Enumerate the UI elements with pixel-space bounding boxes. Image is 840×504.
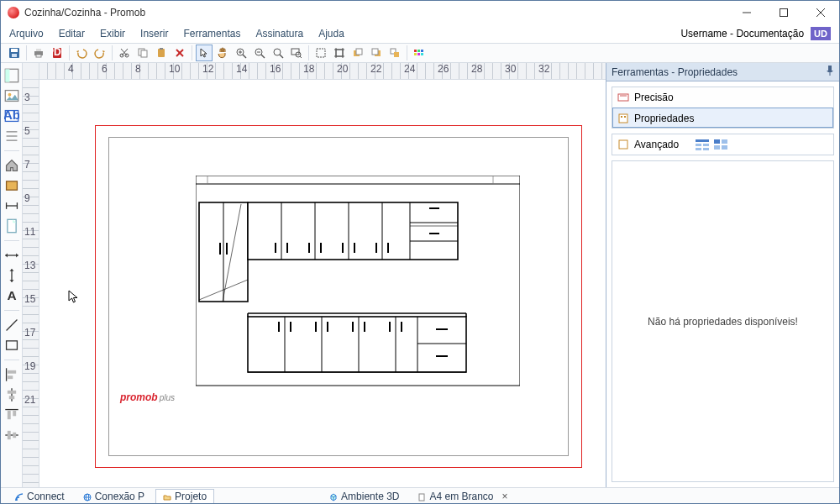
close-tab-icon[interactable]: × (502, 491, 508, 502)
svg-rect-144 (703, 148, 709, 150)
pin-icon[interactable] (826, 66, 834, 78)
crop-icon[interactable] (312, 45, 329, 61)
svg-rect-101 (320, 243, 322, 253)
print-icon[interactable] (30, 45, 47, 61)
rail-image-icon[interactable] (4, 88, 19, 103)
pdf-icon[interactable]: PDF (49, 45, 66, 61)
tab-a4-branco[interactable]: A4 em Branco × (410, 489, 515, 505)
ruler-origin (23, 63, 39, 80)
pointer-icon[interactable] (196, 45, 213, 61)
svg-line-30 (280, 55, 283, 58)
svg-line-15 (121, 49, 127, 55)
user-badge[interactable]: UD (811, 27, 831, 40)
minimize-button[interactable] (728, 1, 765, 24)
properties-panel: Ferramentas - Propriedades Precisão Prop… (606, 63, 839, 487)
save-icon[interactable] (6, 45, 23, 61)
rail-align-left-icon[interactable] (4, 367, 19, 382)
rail-layout-icon[interactable] (4, 68, 19, 83)
cursor-icon (68, 290, 80, 307)
zoom-out-icon[interactable] (251, 45, 268, 61)
rail-arrow-v-icon[interactable] (4, 268, 19, 283)
tab-connect[interactable]: Connect (8, 489, 72, 505)
paste-icon[interactable] (153, 45, 170, 61)
folder-icon (163, 492, 171, 501)
menu-inserir[interactable]: Inserir (140, 28, 168, 39)
svg-rect-103 (354, 243, 355, 253)
section-precision[interactable]: Precisão (612, 87, 833, 108)
svg-rect-136 (619, 114, 627, 123)
main-toolbar: PDF (1, 43, 839, 63)
svg-rect-124 (352, 322, 354, 332)
zoom-in-icon[interactable] (233, 45, 249, 61)
tab-ambiente-3d[interactable]: Ambiente 3D (322, 489, 407, 505)
layer-front-icon[interactable] (349, 45, 366, 61)
app-icon (8, 7, 19, 18)
menu-editar[interactable]: Editar (59, 28, 85, 39)
svg-rect-146 (722, 139, 727, 144)
close-button[interactable] (802, 1, 839, 24)
svg-rect-76 (8, 396, 13, 399)
rail-page-icon[interactable] (4, 218, 19, 234)
svg-rect-132 (828, 66, 832, 71)
menu-exibir[interactable]: Exibir (100, 28, 125, 39)
delete-icon[interactable] (171, 45, 188, 61)
panel-header[interactable]: Ferramentas - Propriedades (606, 63, 839, 81)
kitchen-elevation-drawing[interactable] (196, 176, 520, 387)
rail-align-top-icon[interactable] (4, 407, 19, 423)
undo-icon[interactable] (73, 45, 90, 61)
rail-dimension-icon[interactable] (4, 198, 19, 213)
rail-align-middle-icon[interactable] (4, 428, 19, 443)
svg-rect-148 (722, 145, 727, 150)
redo-icon[interactable] (92, 45, 108, 61)
svg-rect-61 (6, 181, 17, 190)
pan-icon[interactable] (214, 45, 231, 61)
vertical-ruler[interactable]: 3 5 7 9 11 13 15 17 19 21 (23, 80, 39, 487)
rail-align-center-icon[interactable] (4, 387, 19, 402)
rail-home-icon[interactable] (4, 158, 19, 173)
view-categorized-icon[interactable] (696, 139, 709, 150)
palette-icon[interactable] (411, 45, 428, 61)
svg-rect-1 (780, 9, 788, 17)
zoom-fit-icon[interactable] (270, 45, 286, 61)
view-alphabetical-icon[interactable] (714, 139, 727, 150)
maximize-button[interactable] (765, 1, 802, 24)
rail-shape-icon[interactable] (4, 338, 19, 353)
layer-back-icon[interactable] (368, 45, 385, 61)
svg-line-14 (122, 49, 128, 55)
order-icon[interactable] (386, 45, 403, 61)
svg-rect-85 (207, 176, 493, 184)
rail-text-icon[interactable]: Ab (4, 108, 19, 123)
svg-rect-121 (290, 322, 291, 332)
tab-projeto[interactable]: Projeto (155, 489, 214, 505)
drawing-canvas[interactable]: promobplus (39, 80, 606, 487)
svg-rect-82 (13, 433, 16, 438)
svg-rect-53 (5, 69, 9, 81)
tab-advanced-label[interactable]: Avançado (634, 139, 679, 150)
menu-ferramentas[interactable]: Ferramentas (183, 28, 240, 39)
horizontal-ruler[interactable]: 4 6 8 10 12 14 16 18 20 22 24 26 28 30 3… (39, 63, 606, 80)
svg-rect-105 (387, 243, 389, 253)
rail-text-a-icon[interactable]: A (4, 288, 19, 303)
copy-icon[interactable] (134, 45, 151, 61)
section-properties[interactable]: Propriedades (612, 108, 833, 128)
svg-rect-125 (364, 322, 365, 332)
svg-rect-110 (429, 233, 439, 234)
rail-line-icon[interactable] (4, 318, 19, 333)
svg-text:PDF: PDF (51, 47, 63, 58)
svg-point-29 (274, 49, 281, 55)
rail-module-icon[interactable] (4, 178, 19, 193)
zoom-window-icon[interactable] (288, 45, 305, 61)
menu-arquivo[interactable]: Arquivo (9, 28, 44, 39)
cube-icon (329, 492, 338, 501)
menu-ajuda[interactable]: Ajuda (318, 28, 344, 39)
watermark-brand: promob (120, 391, 158, 403)
svg-point-55 (8, 93, 11, 97)
rail-list-icon[interactable] (4, 129, 19, 144)
rail-arrow-h-icon[interactable] (4, 248, 19, 263)
svg-rect-143 (696, 148, 701, 150)
cut-icon[interactable] (116, 45, 133, 61)
tab-conexao-p[interactable]: Conexão P (76, 489, 152, 505)
artboard-icon[interactable] (331, 45, 348, 61)
menu-assinatura[interactable]: Assinatura (255, 28, 303, 39)
properties-icon (617, 113, 629, 124)
